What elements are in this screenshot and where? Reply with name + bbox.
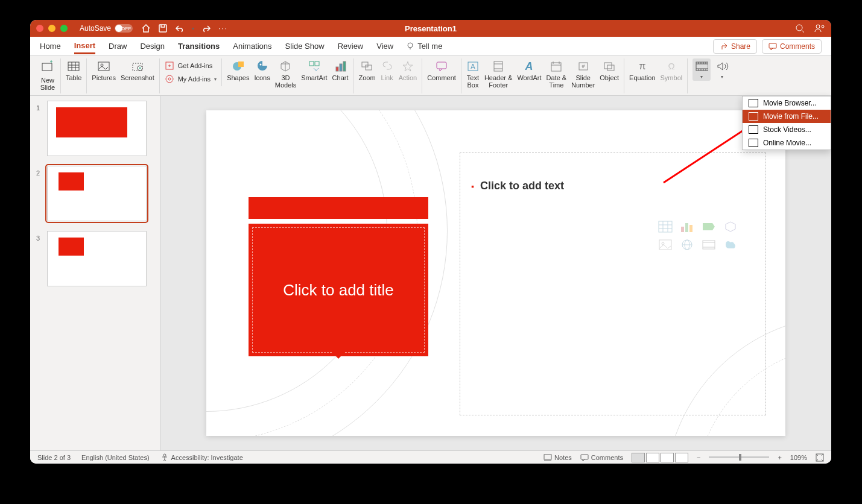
insert-comment-button[interactable]: Comment bbox=[427, 58, 456, 81]
object-button[interactable]: Object bbox=[600, 58, 619, 81]
get-addins-button[interactable]: Get Add-ins bbox=[165, 61, 217, 71]
title-placeholder[interactable]: Click to add title bbox=[249, 197, 428, 356]
tab-review[interactable]: Review bbox=[338, 39, 364, 53]
video-button[interactable]: ▾ bbox=[692, 58, 711, 81]
home-icon[interactable] bbox=[141, 24, 151, 33]
zoom-button[interactable]: Zoom bbox=[359, 58, 376, 81]
icons-button[interactable]: Icons bbox=[254, 58, 270, 81]
close-window-button[interactable] bbox=[36, 25, 43, 32]
notes-button[interactable]: Notes bbox=[544, 454, 572, 461]
share-label: Share bbox=[731, 42, 750, 51]
insert-icon-icon[interactable] bbox=[722, 238, 739, 252]
tab-view[interactable]: View bbox=[376, 39, 393, 53]
zoom-level[interactable]: 109% bbox=[790, 454, 807, 461]
action-button[interactable]: Action bbox=[399, 58, 417, 81]
zoom-slider[interactable] bbox=[709, 456, 769, 458]
equation-button[interactable]: πEquation bbox=[629, 58, 655, 81]
chart-button[interactable]: Chart bbox=[332, 58, 349, 81]
svg-rect-36 bbox=[604, 63, 612, 69]
maximize-window-button[interactable] bbox=[60, 25, 68, 32]
sorter-view-button[interactable] bbox=[646, 453, 659, 462]
menu-movie-browser[interactable]: Movie Browser... bbox=[743, 96, 831, 110]
svg-rect-16 bbox=[238, 61, 244, 67]
svg-rect-21 bbox=[340, 64, 342, 71]
insert-3d-icon[interactable] bbox=[722, 219, 739, 234]
undo-dropdown-icon[interactable]: ▾ bbox=[192, 26, 194, 31]
insert-smartart-icon[interactable] bbox=[700, 219, 717, 234]
reading-view-button[interactable] bbox=[661, 453, 674, 462]
tab-draw[interactable]: Draw bbox=[109, 39, 127, 53]
new-slide-button[interactable]: New Slide bbox=[40, 58, 55, 91]
comments-button[interactable]: Comments bbox=[762, 39, 822, 54]
minimize-window-button[interactable] bbox=[48, 25, 55, 32]
svg-rect-48 bbox=[689, 225, 692, 232]
autosave-toggle[interactable]: AutoSave OFF bbox=[80, 24, 133, 33]
header-footer-button[interactable]: Header & Footer bbox=[484, 58, 512, 89]
tab-animations[interactable]: Animations bbox=[233, 39, 271, 53]
insert-table-icon[interactable] bbox=[657, 219, 674, 234]
svg-rect-60 bbox=[581, 455, 588, 459]
thumbnail-3[interactable]: 3 bbox=[36, 231, 154, 286]
my-addins-button[interactable]: My Add-ins▾ bbox=[165, 74, 217, 84]
table-button[interactable]: Table bbox=[66, 58, 81, 81]
svg-rect-41 bbox=[659, 221, 672, 232]
menu-movie-from-file[interactable]: Movie from File... bbox=[743, 110, 831, 123]
insert-online-picture-icon[interactable] bbox=[679, 238, 696, 252]
ribbon-tabs: Home Insert Draw Design Transitions Anim… bbox=[30, 37, 831, 56]
comment-icon bbox=[769, 42, 777, 51]
menu-stock-videos[interactable]: Stock Videos... bbox=[743, 123, 831, 136]
svg-rect-5 bbox=[769, 43, 776, 48]
zoom-in-button[interactable]: + bbox=[778, 454, 781, 461]
thumbnail-1[interactable]: 1 bbox=[36, 101, 154, 156]
screenshot-button[interactable]: Screenshot bbox=[121, 58, 154, 81]
audio-button[interactable]: ▾ bbox=[715, 58, 729, 80]
tab-transitions[interactable]: Transitions bbox=[178, 39, 220, 53]
insert-video-icon[interactable] bbox=[700, 238, 717, 252]
datetime-button[interactable]: Date & Time bbox=[547, 58, 567, 89]
slide-canvas[interactable]: Click to add title Click to add text bbox=[206, 110, 785, 436]
shapes-button[interactable]: Shapes bbox=[227, 58, 249, 81]
tab-design[interactable]: Design bbox=[140, 39, 164, 53]
thumbnail-2[interactable]: 2 bbox=[36, 166, 154, 221]
normal-view-button[interactable] bbox=[632, 453, 645, 462]
more-icon[interactable]: ··· bbox=[218, 24, 228, 33]
slide-count[interactable]: Slide 2 of 3 bbox=[37, 454, 71, 461]
slideshow-view-button[interactable] bbox=[675, 453, 688, 462]
tab-insert[interactable]: Insert bbox=[74, 39, 95, 54]
svg-rect-22 bbox=[343, 61, 346, 71]
tellme-search[interactable]: Tell me bbox=[407, 39, 442, 53]
redo-icon[interactable] bbox=[201, 24, 211, 33]
svg-text:#: # bbox=[582, 63, 585, 69]
undo-icon[interactable] bbox=[175, 24, 185, 33]
pictures-button[interactable]: Pictures bbox=[92, 58, 116, 81]
link-button[interactable]: Link bbox=[381, 58, 394, 81]
save-icon[interactable] bbox=[158, 24, 168, 33]
addins-group: Get Add-ins My Add-ins▾ bbox=[160, 58, 222, 86]
status-comments-button[interactable]: Comments bbox=[580, 454, 623, 461]
tab-home[interactable]: Home bbox=[40, 39, 61, 53]
slide-canvas-area: Click to add title Click to add text bbox=[160, 96, 831, 450]
smartart-button[interactable]: SmartArt bbox=[301, 58, 327, 81]
autosave-switch[interactable]: OFF bbox=[115, 24, 133, 33]
zoom-out-button[interactable]: − bbox=[697, 454, 700, 461]
3d-models-button[interactable]: 3D Models bbox=[275, 58, 296, 89]
fit-to-window-button[interactable] bbox=[816, 453, 824, 462]
tab-slideshow[interactable]: Slide Show bbox=[285, 39, 325, 53]
autosave-label: AutoSave bbox=[80, 24, 111, 33]
slide-number-button[interactable]: #Slide Number bbox=[571, 58, 595, 89]
symbol-button[interactable]: ΩSymbol bbox=[661, 58, 683, 81]
textbox-button[interactable]: AText Box bbox=[466, 58, 480, 89]
insert-picture-icon[interactable] bbox=[657, 238, 674, 252]
language-status[interactable]: English (United States) bbox=[81, 454, 150, 461]
wordart-button[interactable]: AWordArt bbox=[517, 58, 541, 81]
accessibility-status[interactable]: Accessibility: Investigate bbox=[160, 453, 243, 462]
content-placeholder[interactable]: Click to add text bbox=[460, 153, 766, 415]
account-icon[interactable] bbox=[814, 24, 825, 33]
menu-online-movie[interactable]: Online Movie... bbox=[743, 136, 831, 150]
slide-thumbnails-panel: 1 2 3 bbox=[30, 96, 160, 450]
search-icon[interactable] bbox=[795, 24, 805, 33]
svg-rect-19 bbox=[315, 61, 319, 66]
share-button[interactable]: Share bbox=[713, 39, 757, 54]
svg-rect-47 bbox=[685, 223, 688, 232]
insert-chart-icon[interactable] bbox=[679, 219, 696, 234]
